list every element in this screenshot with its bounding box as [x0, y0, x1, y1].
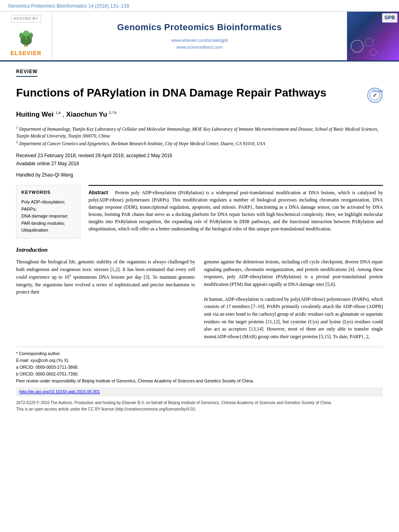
doi-bar: http://dx.doi.org/10.1016/j.gpb.2016.05.… [16, 387, 383, 396]
footnote-corresponding: * Corresponding author. [16, 350, 383, 357]
journal-url-1[interactable]: www.elsevier.com/locate/gpb [171, 37, 228, 44]
copyright-block: 1672-0229 © 2016 The Authors. Production… [16, 398, 383, 414]
main-content: REVIEW Functions of PARylation in DNA Da… [0, 62, 399, 422]
svg-line-11 [353, 38, 377, 54]
received-revised-accepted: Received 23 February 2016; revised 29 Ap… [16, 152, 383, 160]
elsevier-tree-icon [14, 26, 38, 48]
keyword-5: Ubiquitination [21, 227, 75, 234]
footnote-email: E-mail: xyu@coh.org (Yu X). [16, 357, 383, 364]
copyright-line-1: 1672-0229 © 2016 The Authors. Production… [16, 400, 383, 406]
keyword-2: PARPs; [21, 206, 75, 213]
crossmark-icon[interactable]: ✓ CrossMark [367, 87, 383, 103]
keyword-4: PAR-binding modules; [21, 220, 75, 227]
doi-link[interactable]: http://dx.doi.org/10.1016/j.gpb.2016.05.… [19, 389, 100, 394]
introduction-title: Introduction [16, 246, 383, 254]
available-online: Available online 27 May 2016 [16, 160, 383, 168]
gpb-cover-image: GPB [347, 12, 399, 60]
article-title-block: Functions of PARylation in DNA Damage Re… [16, 86, 383, 103]
intro-right-col: genome against the deleterious lesions, … [204, 258, 383, 341]
abstract-label: Abstract [88, 190, 108, 195]
elsevier-wordmark: ELSEVIER [10, 49, 41, 58]
footnotes-section: * Corresponding author. E-mail: xyu@coh.… [16, 347, 383, 384]
keywords-box: KEYWORDS Poly ADP-ribosylation; PARPs; D… [16, 185, 80, 238]
abstract-block: Abstract Protein poly ADP-ribosylation (… [88, 185, 383, 238]
journal-bar: Genomics Proteomics Bioinformatics 14 (2… [0, 0, 399, 12]
footnote-orcid-b: b ORCID: 0000-0002-0751-7390. [16, 371, 383, 378]
dates-block: Received 23 February 2016; revised 29 Ap… [16, 152, 383, 167]
svg-point-8 [351, 40, 363, 52]
abstract-text: Protein poly ADP-ribosylation (PARylatio… [88, 190, 383, 232]
keyword-3: DNA damage response; [21, 213, 75, 220]
introduction-section: Introduction Throughout the biological l… [16, 246, 383, 341]
affiliation-1: 1 Department of Immunology, Tianjin Key … [16, 125, 383, 140]
gpb-image-bg: GPB [347, 12, 399, 60]
gpb-badge: GPB [382, 13, 397, 23]
author-1-name: Huiting Wei [16, 111, 53, 118]
keywords-title: KEYWORDS [21, 189, 75, 195]
copyright-line-2: This is an open access article under the… [16, 406, 383, 413]
svg-point-9 [365, 38, 373, 46]
authors-line: Huiting Wei 1,a , Xiaochun Yu 2,*,b [16, 110, 383, 119]
journal-title: Genomics Proteomics Bioinformatics [117, 21, 282, 34]
journal-urls: www.elsevier.com/locate/gpb www.scienced… [171, 37, 228, 51]
article-title-text: Functions of PARylation in DNA Damage Re… [16, 86, 367, 100]
footnote-peer-review: Peer review under responsibility of Beij… [16, 378, 383, 384]
journal-url-2[interactable]: www.sciencedirect.com [171, 44, 228, 51]
elsevier-logo: ELSEVIER [10, 26, 41, 58]
author-2-affil-sup: 2,*,b [109, 111, 117, 115]
journal-citation-link[interactable]: Genomics Proteomics Bioinformatics 14 (2… [8, 3, 129, 9]
affiliations-block: 1 Department of Immunology, Tianjin Key … [16, 125, 383, 147]
keyword-1: Poly ADP-ribosylation; [21, 199, 75, 206]
svg-point-7 [29, 33, 33, 38]
hosted-by-label: HOSTED BY [11, 15, 41, 23]
handled-by: Handled by Zhao-Qi Wang [16, 172, 383, 179]
article-type-label: REVIEW [16, 68, 37, 77]
introduction-body: Throughout the biological life, genomic … [16, 258, 383, 341]
svg-text:CrossMark: CrossMark [372, 90, 383, 92]
cover-decoration-icon [349, 34, 381, 58]
svg-text:✓: ✓ [372, 92, 377, 99]
author-1-affil-sup: 1,a [56, 111, 61, 115]
journal-header: HOSTED BY ELSEVIER Genomics Proteomics B… [0, 12, 399, 62]
svg-point-6 [19, 33, 23, 38]
journal-title-section: Genomics Proteomics Bioinformatics www.e… [52, 12, 347, 60]
footnote-orcid-a: a ORCID: 0000-0003-2711-3868. [16, 364, 383, 371]
affiliation-2: 2 Department of Cancer Genetics and Epig… [16, 140, 383, 147]
author-2-name: Xiaochun Yu [66, 111, 107, 118]
svg-point-10 [370, 49, 376, 55]
intro-left-col: Throughout the biological life, genomic … [16, 258, 195, 341]
keywords-abstract-row: KEYWORDS Poly ADP-ribosylation; PARPs; D… [16, 185, 383, 238]
elsevier-logo-section: HOSTED BY ELSEVIER [0, 12, 52, 60]
